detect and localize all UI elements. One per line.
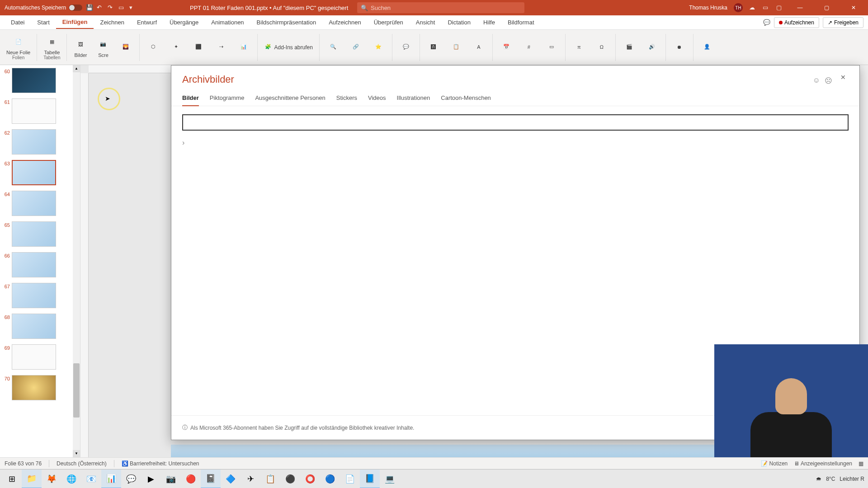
vlc-icon[interactable]: ▶ — [141, 469, 161, 488]
zoom-button[interactable]: 🔍 — [322, 38, 344, 57]
chrome-icon[interactable]: 🌐 — [61, 469, 81, 488]
powerpoint-icon[interactable]: 📊 — [101, 469, 121, 488]
app-icon[interactable]: 📷 — [161, 469, 181, 488]
window-icon[interactable]: ▢ — [776, 4, 783, 11]
word-icon[interactable]: 📘 — [360, 469, 380, 488]
comment-button[interactable]: 💬 — [395, 38, 417, 57]
slide-thumbnail[interactable]: 68 — [0, 311, 80, 342]
redo-icon[interactable]: ↷ — [108, 4, 115, 11]
screen-recording-button[interactable]: ⏺ — [669, 38, 690, 57]
carousel-next-icon[interactable]: › — [182, 139, 189, 146]
slide-thumbnail[interactable]: 69 — [0, 342, 80, 372]
undo-icon[interactable]: ↶ — [97, 4, 104, 11]
qat-more-icon[interactable]: ▾ — [129, 4, 137, 11]
photo-album-button[interactable]: 🌄 — [115, 38, 137, 57]
firefox-icon[interactable]: 🦊 — [42, 469, 61, 488]
object-button[interactable]: ▭ — [541, 38, 562, 57]
comments-icon[interactable]: 💬 — [763, 19, 770, 26]
ribbon-display-icon[interactable]: ▭ — [763, 4, 770, 11]
dialog-tab-bilder[interactable]: Bilder — [182, 94, 199, 106]
slide-thumbnail[interactable]: ★70 — [0, 372, 80, 403]
dialog-tab-personen[interactable]: Ausgeschnittene Personen — [255, 94, 325, 106]
icons-button[interactable]: ✦ — [165, 38, 187, 57]
3d-models-button[interactable]: ⬛ — [188, 38, 209, 57]
slide-thumbnail[interactable]: 61 — [0, 96, 80, 127]
wordart-button[interactable]: A — [468, 38, 490, 57]
table-button[interactable]: ▦ Tabelle Tabellen — [40, 33, 64, 62]
slide-number-button[interactable]: # — [518, 38, 540, 57]
dialog-tab-cartoon[interactable]: Cartoon-Menschen — [441, 94, 491, 106]
weather-icon[interactable]: 🌧 — [816, 476, 821, 482]
close-button[interactable]: ✕ — [843, 0, 863, 15]
frown-icon[interactable]: ☹ — [825, 76, 832, 85]
dialog-close-button[interactable]: ✕ — [838, 74, 849, 84]
slide-panel[interactable]: 60 61 62 63 64 65 66 67 68 69 ★70 ▲ ▼ — [0, 65, 80, 457]
scroll-up-icon[interactable]: ▲ — [73, 65, 80, 72]
tab-animationen[interactable]: Animationen — [205, 16, 250, 28]
screenshot-button[interactable]: 📷 Scre — [92, 35, 114, 60]
language-button[interactable]: Deutsch (Österreich) — [57, 460, 107, 467]
textbox-button[interactable]: 🅰 — [423, 38, 444, 57]
tab-ueberpruefen[interactable]: Überprüfen — [368, 16, 410, 28]
tab-hilfe[interactable]: Hilfe — [477, 16, 501, 28]
dialog-tab-stickers[interactable]: Stickers — [336, 94, 357, 106]
tab-entwurf[interactable]: Entwurf — [131, 16, 163, 28]
slide-counter[interactable]: Folie 63 von 76 — [5, 460, 42, 467]
tab-einfuegen[interactable]: Einfügen — [56, 16, 94, 29]
app-icon[interactable]: ⚫ — [280, 469, 300, 488]
date-button[interactable]: 📅 — [495, 38, 517, 57]
app-icon[interactable]: 📄 — [340, 469, 360, 488]
tab-dictation[interactable]: Dictation — [441, 16, 477, 28]
slide-thumbnail[interactable]: 67 — [0, 280, 80, 311]
maximize-button[interactable]: ▢ — [816, 0, 837, 15]
notes-button[interactable]: 📝 Notizen — [761, 460, 788, 467]
file-explorer-icon[interactable]: 📁 — [22, 469, 42, 488]
scroll-down-icon[interactable]: ▼ — [73, 450, 80, 457]
audio-button[interactable]: 🔊 — [641, 38, 663, 57]
slide-thumbnail[interactable]: 65 — [0, 219, 80, 249]
symbol-button[interactable]: Ω — [591, 38, 613, 57]
smartart-button[interactable]: ⇢ — [210, 38, 232, 57]
toggle-switch[interactable] — [69, 5, 82, 11]
tab-zeichnen[interactable]: Zeichnen — [94, 16, 130, 28]
search-box[interactable]: 🔍 — [357, 2, 524, 13]
chart-button[interactable]: 📊 — [233, 38, 255, 57]
link-button[interactable]: 🔗 — [345, 38, 367, 57]
slide-thumbnail[interactable]: 62 — [0, 127, 80, 157]
shapes-button[interactable]: ⬡ — [142, 38, 164, 57]
tab-datei[interactable]: Datei — [5, 16, 31, 28]
tab-aufzeichnen[interactable]: Aufzeichnen — [322, 16, 368, 28]
app-icon[interactable]: ⭕ — [300, 469, 320, 488]
equation-button[interactable]: π — [568, 38, 590, 57]
onenote-icon[interactable]: 📓 — [201, 469, 221, 488]
start-button[interactable]: ⊞ — [2, 469, 22, 488]
slide-thumbnail[interactable]: 60 — [0, 65, 80, 96]
user-avatar[interactable]: TH — [734, 3, 743, 12]
dialog-tab-videos[interactable]: Videos — [368, 94, 386, 106]
save-icon[interactable]: 💾 — [86, 4, 93, 11]
tab-bildformat[interactable]: Bildformat — [501, 16, 541, 28]
tab-uebergaenge[interactable]: Übergänge — [163, 16, 205, 28]
search-input[interactable] — [371, 5, 521, 11]
app-icon[interactable]: 🔴 — [181, 469, 201, 488]
scroll-thumb[interactable] — [73, 363, 80, 418]
autosave-toggle[interactable]: Automatisches Speichern — [5, 5, 82, 11]
accessibility-button[interactable]: ♿ Barrierefreiheit: Untersuchen — [122, 460, 199, 467]
new-slide-button[interactable]: 📄 Neue Folie Folien — [3, 33, 34, 62]
app-icon[interactable]: 💬 — [121, 469, 141, 488]
telegram-icon[interactable]: ✈ — [241, 469, 260, 488]
smile-icon[interactable]: ☺ — [813, 76, 820, 85]
outlook-icon[interactable]: 📧 — [81, 469, 101, 488]
addins-button[interactable]: 🧩 Add-Ins abrufen — [260, 41, 316, 54]
app-icon[interactable]: 🔵 — [320, 469, 340, 488]
dialog-tab-piktogramme[interactable]: Piktogramme — [210, 94, 245, 106]
share-button[interactable]: ↗Freigeben — [823, 17, 863, 28]
tab-bildschirmpraesentation[interactable]: Bildschirmpräsentation — [250, 16, 323, 28]
present-icon[interactable]: ▭ — [118, 4, 126, 11]
cameo-button[interactable]: 👤 — [696, 38, 718, 57]
slide-thumbnail[interactable]: 64 — [0, 188, 80, 219]
dialog-search-input[interactable] — [182, 114, 849, 131]
slide-thumbnail[interactable]: 66 — [0, 249, 80, 280]
header-footer-button[interactable]: 📋 — [445, 38, 467, 57]
minimize-button[interactable]: — — [790, 0, 810, 15]
